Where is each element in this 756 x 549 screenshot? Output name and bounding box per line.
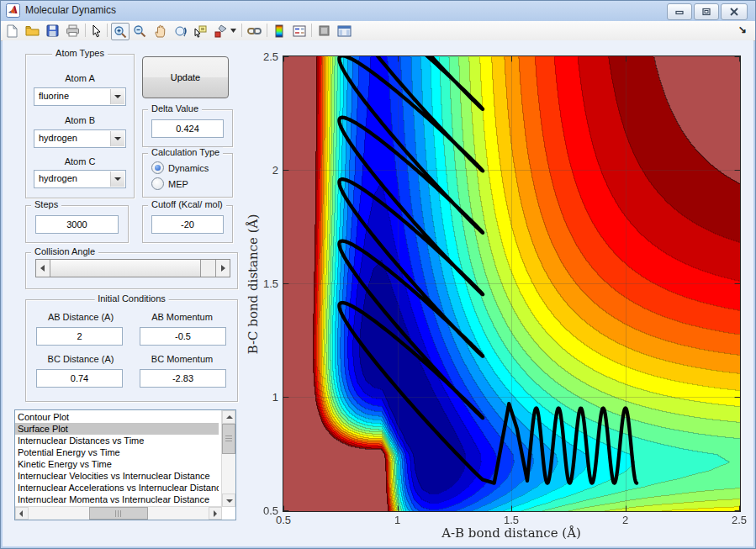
rotate-3d-button[interactable] xyxy=(172,23,188,39)
list-item[interactable]: Kinetic Energy vs Time xyxy=(15,458,219,470)
plot-type-list: Contour PlotSurface PlotInternuclear Dis… xyxy=(15,411,219,505)
rotate-3d-icon xyxy=(173,24,187,38)
new-document-icon xyxy=(6,24,19,38)
x-tick-label: 1.5 xyxy=(493,514,530,526)
pan-button[interactable] xyxy=(151,23,168,39)
legend-icon xyxy=(293,25,306,37)
delta-value-panel: Delta Value 0.424 xyxy=(142,109,233,147)
slider-right-arrow[interactable] xyxy=(215,260,230,277)
insert-legend-button[interactable] xyxy=(291,23,308,39)
x-tick-label: 1 xyxy=(379,514,416,526)
ab-distance-field[interactable]: 2 xyxy=(36,327,123,346)
toolbar-separator xyxy=(241,24,242,37)
insert-colorbar-button[interactable] xyxy=(271,23,288,39)
maximize-button[interactable] xyxy=(694,3,719,20)
vertical-scroll-thumb[interactable] xyxy=(222,424,235,454)
toolbar-separator xyxy=(85,24,86,37)
axes-box xyxy=(283,55,741,512)
zoom-out-icon xyxy=(133,24,146,38)
cutoff-panel: Cutoff (Kcal/ mol) -20 xyxy=(142,205,233,243)
title-bar[interactable]: Molecular Dynamics xyxy=(0,0,756,21)
brush-icon xyxy=(214,24,227,38)
bc-distance-field[interactable]: 0.74 xyxy=(36,369,123,388)
brush-dropdown-caret[interactable] xyxy=(229,23,238,39)
delta-value-title: Delta Value xyxy=(148,103,202,113)
bc-distance-label: BC Distance (A) xyxy=(34,354,127,364)
zoom-out-button[interactable] xyxy=(131,23,148,39)
bc-momentum-label: BC Momentum xyxy=(138,354,226,364)
brush-data-button[interactable] xyxy=(212,23,229,39)
new-figure-button[interactable] xyxy=(3,23,20,39)
edit-plot-button[interactable] xyxy=(88,23,105,39)
atom-a-value: fluorine xyxy=(39,91,69,101)
toolbar-separator xyxy=(311,24,312,37)
print-figure-button[interactable] xyxy=(64,23,81,39)
mep-radio[interactable] xyxy=(151,177,164,190)
ab-momentum-field[interactable]: -0.5 xyxy=(140,327,226,346)
maximize-icon xyxy=(702,8,711,16)
list-item[interactable]: Potential Energy vs Time xyxy=(15,446,219,458)
ab-momentum-label: AB Momentum xyxy=(138,312,226,322)
zoom-in-button[interactable] xyxy=(111,23,130,40)
ab-distance-label: AB Distance (A) xyxy=(34,312,127,322)
toolbar-separator xyxy=(107,24,108,37)
collision-angle-slider[interactable] xyxy=(35,259,230,277)
bc-momentum-field[interactable]: -2.83 xyxy=(140,369,226,388)
y-tick-label: 2.5 xyxy=(245,50,278,63)
scroll-right-button[interactable] xyxy=(209,507,222,520)
list-item[interactable]: Surface Plot xyxy=(15,423,219,435)
caret-down-icon xyxy=(230,29,236,33)
delta-value-field[interactable]: 0.424 xyxy=(151,119,224,138)
dropdown-arrow-icon[interactable] xyxy=(110,89,124,104)
hide-plot-tools-button[interactable] xyxy=(315,23,332,39)
close-button[interactable] xyxy=(721,3,748,20)
minimize-button[interactable] xyxy=(667,3,692,20)
save-floppy-icon xyxy=(46,24,59,37)
scroll-down-button[interactable] xyxy=(222,494,235,507)
list-item[interactable]: Internuclear Momenta vs Internuclear Dis… xyxy=(15,494,219,505)
atom-c-dropdown[interactable]: hydrogen xyxy=(34,170,126,188)
list-item[interactable]: Internuclear Velocities vs Internuclear … xyxy=(15,470,219,482)
chain-link-icon xyxy=(247,25,262,37)
link-plot-button[interactable] xyxy=(246,23,262,39)
list-item[interactable]: Internuclear Distances vs Time xyxy=(15,435,219,446)
atom-a-dropdown[interactable]: fluorine xyxy=(34,87,126,106)
data-cursor-button[interactable] xyxy=(192,23,209,39)
atom-b-dropdown[interactable]: hydrogen xyxy=(34,129,126,148)
list-item[interactable]: Internuclear Accelerations vs Internucle… xyxy=(15,482,219,494)
scroll-up-button[interactable] xyxy=(222,410,235,424)
update-button[interactable]: Update xyxy=(142,56,229,98)
steps-title: Steps xyxy=(31,199,61,209)
window-title: Molecular Dynamics xyxy=(25,4,116,16)
mep-radio-label: MEP xyxy=(168,179,188,189)
data-cursor-icon xyxy=(193,24,207,38)
plot-tools-window-icon xyxy=(337,25,352,37)
slider-thumb[interactable] xyxy=(50,260,201,277)
gray-square-icon xyxy=(319,25,330,36)
show-plot-tools-button[interactable] xyxy=(336,23,352,39)
save-figure-button[interactable] xyxy=(44,23,61,39)
minimize-icon xyxy=(675,8,684,16)
figure-toolbar: ↘ xyxy=(1,21,755,41)
cutoff-field[interactable]: -20 xyxy=(151,215,224,234)
horizontal-scroll-thumb[interactable] xyxy=(89,507,148,520)
slider-left-arrow[interactable] xyxy=(36,260,50,277)
dock-figure-arrow-icon[interactable]: ↘ xyxy=(738,24,747,35)
steps-field[interactable]: 3000 xyxy=(35,215,119,234)
cutoff-title: Cutoff (Kcal/ mol) xyxy=(148,199,226,209)
list-item[interactable]: Contour Plot xyxy=(15,411,219,423)
plot-type-listbox[interactable]: Contour PlotSurface PlotInternuclear Dis… xyxy=(14,409,236,520)
open-file-button[interactable] xyxy=(24,23,40,39)
toolbar-separator xyxy=(267,24,267,37)
scroll-left-button[interactable] xyxy=(15,507,29,520)
dynamics-radio[interactable] xyxy=(151,161,164,174)
y-axis-label: B-C bond distance (Å) xyxy=(246,166,261,403)
potential-energy-surface-plot[interactable] xyxy=(283,56,740,511)
collision-angle-title: Collision Angle xyxy=(31,246,98,256)
dropdown-arrow-icon[interactable] xyxy=(110,172,124,187)
dynamics-radio-label: Dynamics xyxy=(168,163,209,173)
dropdown-arrow-icon[interactable] xyxy=(110,131,124,146)
atom-types-panel: Atom Types Atom A fluorine Atom B hydrog… xyxy=(25,54,135,198)
vertical-scrollbar[interactable] xyxy=(221,410,235,507)
horizontal-scrollbar[interactable] xyxy=(15,506,222,520)
